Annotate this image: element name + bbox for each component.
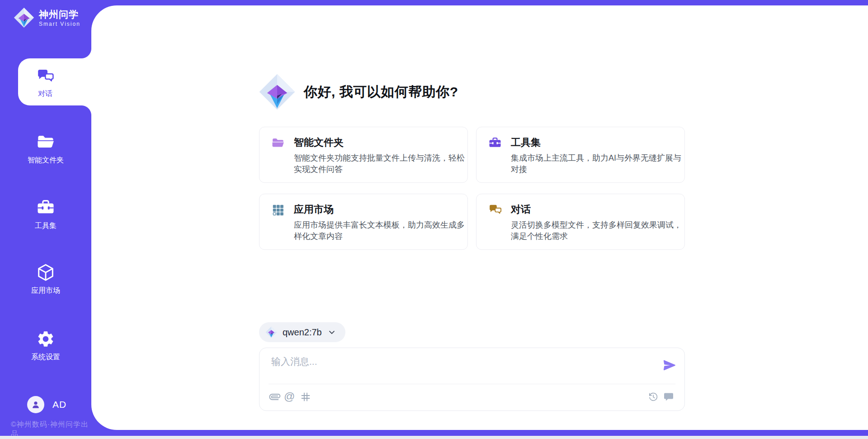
toolbox-icon xyxy=(488,136,502,150)
card-title: 智能文件夹 xyxy=(294,136,344,149)
card-app-market[interactable]: 应用市场 应用市场提供丰富长文本模板，助力高效生成多 样化文章内容 xyxy=(259,194,468,250)
card-description: 智能文件夹功能支持批量文件上传与清洗，轻松 实现文件问答 xyxy=(294,153,468,175)
model-selector[interactable]: qwen2:7b xyxy=(259,322,345,342)
sidebar-item-label: 应用市场 xyxy=(31,286,60,296)
sidebar-item-label: 对话 xyxy=(18,89,72,99)
model-logo-diamond-icon xyxy=(265,326,277,338)
greeting-block: 你好, 我可以如何帮助你? xyxy=(259,73,458,110)
card-description: 集成市场上主流工具，助力AI与外界无缝扩展与 对接 xyxy=(511,153,685,175)
card-title: 对话 xyxy=(511,203,531,216)
avatar xyxy=(27,396,44,413)
hashtag-icon[interactable] xyxy=(300,391,311,402)
send-icon[interactable] xyxy=(662,358,677,372)
app-logo: 神州问学 Smart Vision xyxy=(14,7,80,28)
chat-bubble-icon[interactable] xyxy=(663,391,674,402)
grid-icon xyxy=(271,203,285,217)
sidebar: 神州问学 Smart Vision 对话 智能文件夹 工具集 应用市场 系统设置… xyxy=(0,0,91,439)
message-input[interactable] xyxy=(271,355,656,382)
card-smart-folder[interactable]: 智能文件夹 智能文件夹功能支持批量文件上传与清洗，轻松 实现文件问答 xyxy=(259,127,468,183)
card-toolset[interactable]: 工具集 集成市场上主流工具，助力AI与外界无缝扩展与 对接 xyxy=(476,127,685,183)
composer-toolbar: @ xyxy=(259,390,684,405)
mention-at-icon[interactable]: @ xyxy=(284,390,295,403)
sidebar-item-label: 工具集 xyxy=(35,221,57,231)
sidebar-item-label: 智能文件夹 xyxy=(28,156,64,165)
model-name: qwen2:7b xyxy=(283,327,322,338)
card-title: 工具集 xyxy=(511,136,541,149)
sidebar-item-smart-folder[interactable]: 智能文件夹 xyxy=(0,133,91,165)
card-title: 应用市场 xyxy=(294,203,334,216)
composer-divider xyxy=(269,384,675,384)
chat-icon xyxy=(36,67,54,86)
feature-cards: 智能文件夹 智能文件夹功能支持批量文件上传与清洗，轻松 实现文件问答 工具集 集… xyxy=(259,127,685,250)
chevron-down-icon xyxy=(327,328,336,337)
card-description: 灵活切换多模型文件，支持多样回复效果调试， 满足个性化需求 xyxy=(511,220,685,242)
greeting-text: 你好, 我可以如何帮助你? xyxy=(304,83,458,101)
toolbox-icon xyxy=(36,198,55,217)
app-logo-diamond-icon xyxy=(14,7,34,28)
attachment-paperclip-icon[interactable] xyxy=(267,389,283,405)
user-account[interactable]: AD xyxy=(27,396,66,413)
app-subtitle: Smart Vision xyxy=(39,21,80,27)
history-clock-icon[interactable] xyxy=(648,392,658,402)
person-icon xyxy=(30,399,41,410)
horizontal-scrollbar[interactable] xyxy=(0,436,868,439)
sidebar-item-settings[interactable]: 系统设置 xyxy=(0,329,91,362)
sidebar-item-toolset[interactable]: 工具集 xyxy=(0,198,91,231)
sidebar-item-app-market[interactable]: 应用市场 xyxy=(0,263,91,296)
chat-icon xyxy=(488,203,502,217)
folder-icon xyxy=(271,136,285,150)
sidebar-item-label: 系统设置 xyxy=(31,353,60,362)
user-initials: AD xyxy=(52,399,66,410)
card-chat[interactable]: 对话 灵活切换多模型文件，支持多样回复效果调试， 满足个性化需求 xyxy=(476,194,685,250)
message-composer: @ xyxy=(259,348,685,411)
sidebar-item-chat[interactable]: 对话 xyxy=(18,58,91,105)
app-name: 神州问学 xyxy=(39,9,80,20)
main-content-panel: 你好, 我可以如何帮助你? 智能文件夹 智能文件夹功能支持批量文件上传与清洗，轻… xyxy=(91,5,868,430)
greeting-logo-diamond-icon xyxy=(259,73,296,110)
gear-icon xyxy=(36,329,55,348)
folder-icon xyxy=(36,133,55,152)
card-description: 应用市场提供丰富长文本模板，助力高效生成多 样化文章内容 xyxy=(294,220,468,242)
cube-icon xyxy=(36,263,55,282)
